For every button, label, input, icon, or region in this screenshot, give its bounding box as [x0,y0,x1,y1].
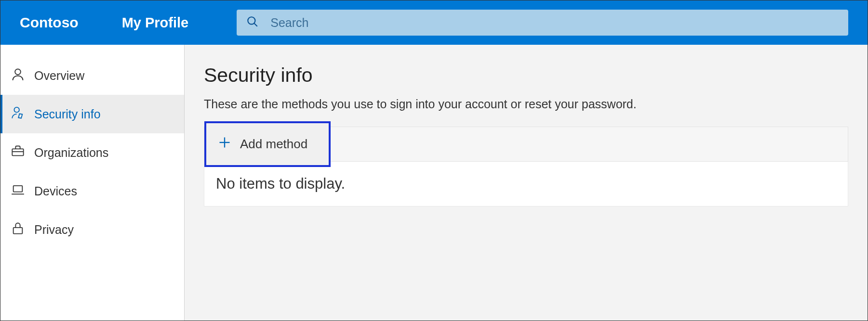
profile-title: My Profile [122,15,189,31]
briefcase-icon [11,144,25,161]
person-icon [11,67,25,84]
brand-name: Contoso [20,14,79,31]
laptop-icon [11,183,25,199]
header: Contoso My Profile [0,0,868,45]
svg-point-0 [248,17,255,24]
sidebar-item-security-info[interactable]: Security info [0,95,184,133]
page-title: Security info [204,64,848,87]
plus-icon [218,136,231,153]
page-description: These are the methods you use to sign in… [204,97,848,111]
svg-rect-6 [13,186,23,192]
sidebar-item-label: Overview [34,69,84,83]
search-icon [246,15,259,30]
svg-line-1 [254,23,257,26]
search-box[interactable] [237,10,848,36]
svg-point-2 [15,69,21,75]
sidebar-item-label: Security info [34,107,101,121]
svg-point-3 [14,107,19,113]
sidebar-item-privacy[interactable]: Privacy [0,210,184,249]
add-method-label: Add method [240,137,307,152]
sidebar: Overview Security info Organizations Dev… [0,45,185,321]
sidebar-item-devices[interactable]: Devices [0,172,184,210]
empty-state: No items to display. [204,162,848,206]
sidebar-item-label: Privacy [34,223,74,237]
svg-rect-4 [12,149,23,155]
sidebar-item-organizations[interactable]: Organizations [0,133,184,172]
sidebar-item-label: Devices [34,184,77,198]
main-content: Security info These are the methods you … [185,45,868,321]
search-input[interactable] [270,16,839,30]
sidebar-item-overview[interactable]: Overview [0,56,184,95]
svg-rect-8 [13,228,23,234]
methods-toolbar: Add method [204,127,848,162]
lock-icon [11,221,25,238]
add-method-button[interactable]: Add method [204,121,331,167]
sidebar-item-label: Organizations [34,146,108,160]
person-edit-icon [11,106,25,122]
